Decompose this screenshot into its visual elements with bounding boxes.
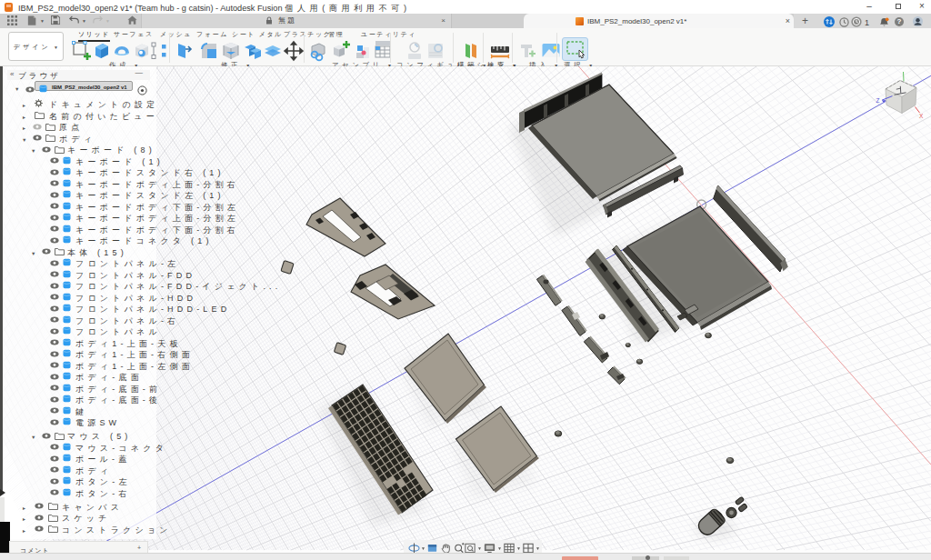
svg-text:X: X (919, 113, 924, 119)
svg-text:Z: Z (876, 97, 880, 104)
